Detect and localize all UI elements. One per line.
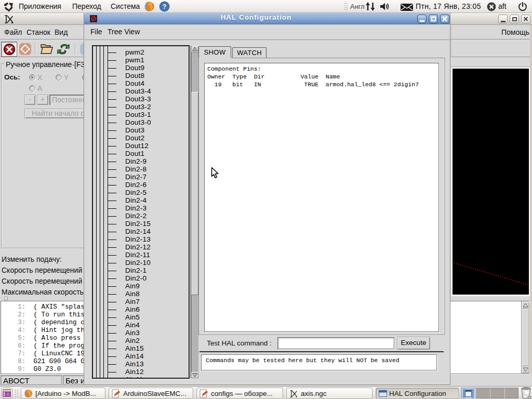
- svg-text:?: ?: [163, 3, 167, 10]
